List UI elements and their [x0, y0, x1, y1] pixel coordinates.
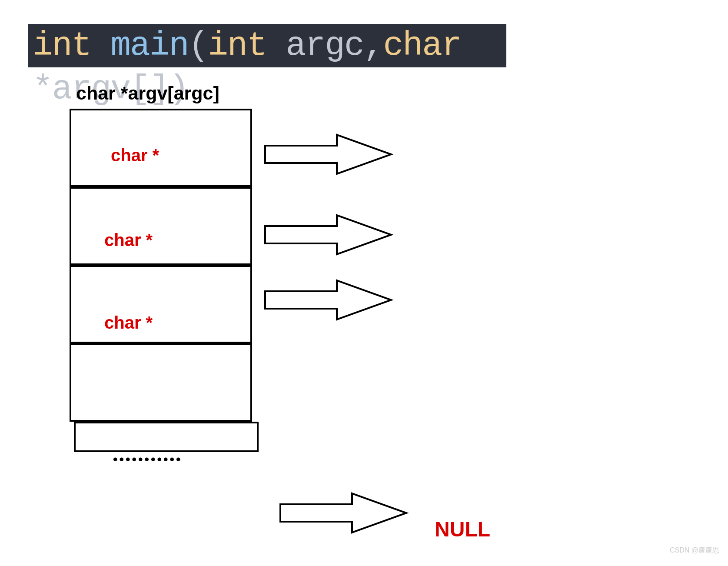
keyword-int: int: [33, 27, 110, 65]
type-char: char: [383, 27, 461, 65]
array-cell-3: [70, 343, 252, 422]
arrow-2: [263, 278, 393, 322]
type-int: int: [208, 27, 286, 65]
array-cell-4: [74, 422, 259, 452]
function-main: main: [110, 27, 188, 65]
cell-label-1: char *: [104, 230, 153, 250]
comma: ,: [364, 27, 383, 65]
arrow-0: [263, 133, 393, 176]
open-paren: (: [188, 27, 208, 65]
arrow-1: [263, 213, 393, 256]
array-title: char *argv[argc]: [76, 83, 219, 104]
arrow-null: [278, 491, 409, 535]
cell-label-0: char *: [111, 146, 159, 165]
star: *: [33, 70, 52, 108]
array-cell-2: [70, 265, 252, 343]
watermark: CSDN @唐唐思: [670, 546, 719, 555]
ellipsis-dots: •••••••••••: [113, 452, 183, 467]
cell-label-2: char *: [104, 313, 153, 333]
param-argc: argc: [286, 27, 364, 65]
array-cell-0: [70, 109, 252, 187]
null-label: NULL: [435, 517, 490, 541]
code-header: int main(int argc,char *argv[]): [28, 24, 506, 67]
array-cell-1: [70, 187, 252, 265]
